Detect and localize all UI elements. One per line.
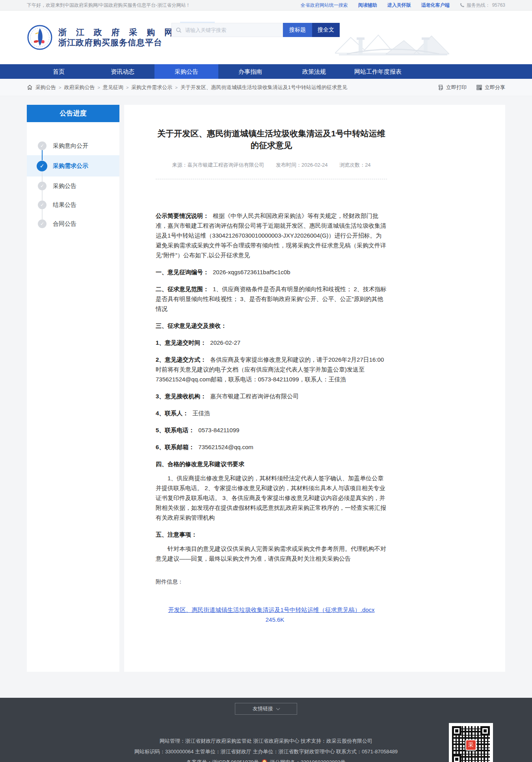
phone-icon: [460, 3, 465, 7]
care-version-link[interactable]: 进入关怀版: [387, 2, 411, 9]
article-meta: 来源：嘉兴市银建工程咨询评估有限公司 发布时间：2026-02-24 浏览次数：…: [156, 162, 387, 169]
search-fulltext-button[interactable]: 搜全文: [312, 23, 340, 37]
section-3-item: 4、联系人：王佳浩: [156, 408, 387, 418]
section-3-item: 5、联系电话：0573-84211099: [156, 425, 387, 435]
search-bar: 搜标题 搜全文: [171, 23, 340, 37]
breadcrumb-bar: 采购公告> 政府采购公告> 意见征询> 采购文件需求公示> 关于开发区、惠民街道…: [0, 79, 532, 96]
attachment-link[interactable]: 开发区、惠民街道城镇生活垃圾收集清运及1号中转站运维（征求意见稿）.docx: [168, 606, 374, 613]
view-count: 24: [365, 162, 370, 168]
psb-number: 浙公网安备：33010602002803号: [270, 759, 346, 762]
main-navigation: 首页 资讯动态 采购公告 办事指南 政策法规 网站工作年度报表: [0, 64, 532, 79]
qr-center-logo: 采: [465, 740, 476, 751]
check-icon: ✓: [38, 219, 47, 228]
step-result-notice[interactable]: ✓ 结果公告: [27, 195, 119, 214]
hotline-label: 服务热线：: [467, 2, 490, 9]
share-button[interactable]: 立即分享: [476, 84, 505, 91]
step-demand-publicity[interactable]: ✓ 采购需求公示: [27, 155, 119, 177]
site-title: 浙 江 政 府 采 购 网: [58, 27, 176, 37]
section-4-heading: 四、合格的修改意见和建议书要求: [156, 459, 387, 469]
step-contract-notice[interactable]: ✓ 合同公告: [27, 214, 119, 233]
step-label: 合同公告: [53, 220, 76, 228]
section-3-item: 1、意见递交时间：2026-02-27: [156, 338, 387, 348]
nav-item-home[interactable]: 首页: [27, 64, 91, 79]
search-title-button[interactable]: 搜标题: [283, 23, 312, 37]
section-4-body: 1、供应商提出修改意见和建议的，其材料须经法定代表人签字确认、加盖单位公章并提供…: [156, 473, 387, 522]
contact-phone: 0573-84211099: [194, 427, 239, 433]
elderly-client-link[interactable]: 适老化客户端: [421, 2, 450, 9]
nav-item-annual-report[interactable]: 网站工作年度报表: [346, 64, 410, 79]
section-1: 一、意见征询编号：2026-xqgs6723611baf5c1c0b: [156, 267, 387, 277]
nav-item-policies[interactable]: 政策法规: [282, 64, 346, 79]
publish-date: 2026-02-24: [301, 162, 328, 168]
service-hotline: 服务热线：95763: [460, 2, 505, 9]
contact-email: 735621524@qq.com: [194, 444, 253, 450]
welcome-message: 下午好，欢迎来到中国政府采购网/中国政府购买服务信息平台-浙江省分网站！: [27, 2, 190, 9]
step-procurement-notice[interactable]: ✓ 采购公告: [27, 177, 119, 195]
section-3-item: 3、意见接收机构：嘉兴市银建工程咨询评估有限公司: [156, 391, 387, 401]
check-icon: ✓: [38, 201, 47, 209]
search-icon: [176, 27, 182, 33]
unified-search-link[interactable]: 全省政府网站统一搜索: [301, 2, 348, 9]
qr-share-icon: [476, 84, 482, 91]
section-3-item: 6、联系邮箱：735621524@qq.com: [156, 442, 387, 452]
site-footer: 友情链接 网站管理：浙江省财政厅政府采购监管处 浙江省政府采购中心 技术支持：政…: [0, 698, 532, 762]
topbar-links: 全省政府网站统一搜索 阅读辅助 进入关怀版 适老化客户端 服务热线：95763: [301, 2, 505, 9]
search-input[interactable]: [184, 27, 279, 33]
section-3-item: 2、意见递交方式：各供应商及专家提出修改意见和建议的，请于2026年2月27日1…: [156, 355, 387, 384]
article-panel: 关于开发区、惠民街道城镇生活垃圾收集清运及1号中转站运维的征求意见 来源：嘉兴市…: [124, 105, 505, 672]
icp-number: 备案序号：浙ICP备06051979号: [186, 759, 259, 762]
progress-steps: ✓ 采购意向公开 ✓ 采购需求公示 ✓ 采购公告 ✓ 结果公告: [27, 136, 119, 233]
attachment-row: 开发区、惠民街道城镇生活垃圾收集清运及1号中转站运维（征求意见稿）.docx 2…: [156, 605, 387, 624]
nav-item-procurement-notices[interactable]: 采购公告: [154, 64, 218, 79]
check-icon: ✓: [37, 161, 47, 171]
attachment-section-label: 附件信息：: [156, 577, 387, 587]
breadcrumb-item[interactable]: 采购文件需求公示: [131, 84, 172, 91]
section-5-body: 针对本项目的意见建议仅供采购人完善采购需求或采购文件参考所用。代理机构不对意见建…: [156, 544, 387, 563]
submit-deadline: 2026-02-27: [206, 339, 240, 346]
intro-paragraph: 公示简要情况说明：根据《中华人民共和国政府采购法》等有关规定，经财政部门批准，嘉…: [156, 211, 387, 260]
main-area: 公告进度 ✓ 采购意向公开 ✓ 采购需求公示 ✓ 采购公告: [0, 96, 532, 698]
article-body: 公示简要情况说明：根据《中华人民共和国政府采购法》等有关规定，经财政部门批准，嘉…: [156, 211, 387, 624]
breadcrumb-item[interactable]: 意见征询: [103, 84, 123, 91]
step-label: 采购意向公开: [53, 142, 88, 150]
announcement-progress-sidebar: 公告进度 ✓ 采购意向公开 ✓ 采购需求公示 ✓ 采购公告: [27, 105, 119, 672]
article-source: 嘉兴市银建工程咨询评估有限公司: [187, 162, 264, 168]
page: 下午好，欢迎来到中国政府采购网/中国政府购买服务信息平台-浙江省分网站！ 全省政…: [0, 0, 532, 762]
check-icon: ✓: [38, 141, 47, 150]
topbar: 下午好，欢迎来到中国政府采购网/中国政府购买服务信息平台-浙江省分网站！ 全省政…: [0, 0, 532, 11]
site-subtitle: 浙江政府购买服务信息平台: [58, 37, 176, 48]
logo-emblem-icon: [27, 24, 53, 50]
printer-icon: [437, 84, 444, 91]
receiving-agency: 嘉兴市银建工程咨询评估有限公司: [206, 393, 299, 400]
site-logo[interactable]: 浙 江 政 府 采 购 网 浙江政府购买服务信息平台: [27, 24, 176, 50]
nav-item-news[interactable]: 资讯动态: [91, 64, 154, 79]
print-button[interactable]: 立即打印: [437, 84, 467, 91]
chevron-down-icon: [276, 706, 280, 710]
section-2: 二、征求意见范围：1、供应商资格条件是否具有明显的倾向性和歧视性； 2、技术指标…: [156, 284, 387, 314]
divider: [156, 179, 387, 179]
step-label: 结果公告: [53, 201, 76, 209]
home-icon[interactable]: [27, 84, 33, 90]
site-header: 浙 江 政 府 采 购 网 浙江政府购买服务信息平台 浙江省财政厅 搜标题 搜全…: [0, 11, 532, 64]
nav-item-service-guide[interactable]: 办事指南: [218, 64, 282, 79]
sidebar-title: 公告进度: [27, 105, 119, 122]
check-icon: ✓: [38, 182, 47, 190]
breadcrumb-item[interactable]: 政府采购公告: [64, 84, 95, 91]
reading-assist-link[interactable]: 阅读辅助: [358, 2, 377, 9]
brand-text: 浙 江 政 府 采 购 网 浙江政府购买服务信息平台: [58, 27, 176, 48]
article-title: 关于开发区、惠民街道城镇生活垃圾收集清运及1号中转站运维的征求意见: [156, 128, 387, 151]
breadcrumb-current: 关于开发区、惠民街道城镇生活垃圾收集清运及1号中转站运维的征求意见: [180, 84, 347, 91]
contact-person: 王佳浩: [188, 410, 210, 416]
section-5-heading: 五、注意事项：: [156, 530, 387, 539]
public-security-emblem-icon: [262, 759, 267, 762]
friend-links-dropdown[interactable]: 友情链接: [235, 703, 297, 715]
step-label: 采购公告: [53, 182, 76, 190]
attachment-size: 245.6K: [266, 616, 285, 623]
step-label: 采购需求公示: [53, 162, 88, 170]
hotline-number: 95763: [492, 2, 505, 8]
section-3: 三、征求意见递交及接收：: [156, 321, 387, 331]
inquiry-number: 2026-xqgs6723611baf5c1c0b: [209, 269, 290, 275]
breadcrumb-item[interactable]: 采购公告: [35, 84, 56, 91]
step-purchase-intention[interactable]: ✓ 采购意向公开: [27, 136, 119, 155]
qr-code: 采: [449, 723, 493, 762]
